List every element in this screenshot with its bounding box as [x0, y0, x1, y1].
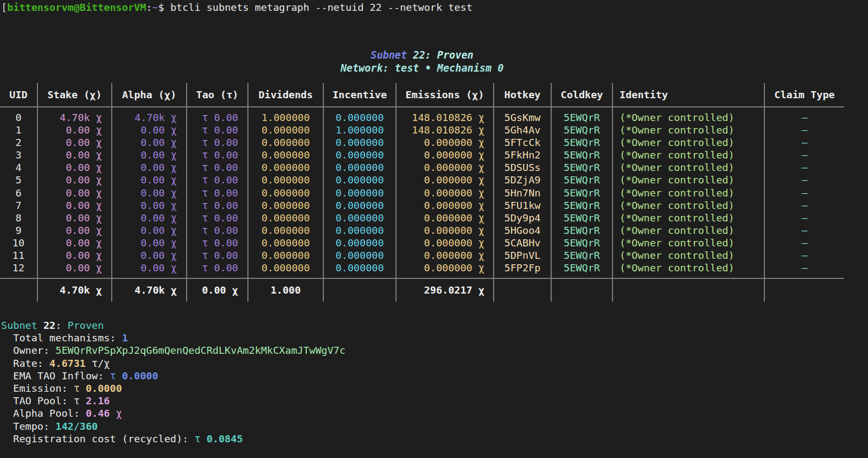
cell-hot: 5FP2Fp: [494, 262, 552, 278]
tau-symbol: τ: [110, 370, 122, 381]
cell-emis: 0.000000 χ: [397, 187, 494, 199]
cell-uid: 8: [0, 212, 38, 224]
info-line: Tempo: 142/360: [1, 420, 346, 432]
cell-id: (*Owner controlled): [613, 224, 765, 237]
cell-hot: 5CABHv: [494, 237, 552, 249]
cell-emis: 0.000000 χ: [397, 237, 494, 249]
cell-claim: –: [765, 249, 844, 262]
total-uid: [0, 279, 38, 302]
info-line: Total mechanisms: 1: [1, 332, 346, 344]
subnet-title: Subnet 22: Proven: [0, 49, 844, 61]
cell-cold: 5EWQrR: [552, 136, 613, 149]
tempo-label: Tempo:: [1, 421, 55, 432]
tao-pool-value: 2.16: [86, 395, 110, 406]
cell-alpha: 0.00 χ: [112, 224, 187, 237]
cell-id: (*Owner controlled): [613, 237, 765, 249]
cell-claim: –: [765, 136, 844, 149]
cell-cold: 5EWQrR: [552, 161, 613, 174]
cell-inc: 0.000000: [324, 161, 397, 174]
cell-hot: 5DZjA9: [494, 174, 552, 186]
cell-claim: –: [765, 237, 844, 249]
registration-cost-value: 0.0845: [207, 433, 243, 444]
info-line: EMA TAO Inflow: τ 0.0000: [1, 370, 346, 382]
cell-emis: 0.000000 χ: [397, 212, 494, 224]
info-line: Owner: 5EWQrRvPSpXpJ2qG6mQenQedCRdLKvAm2…: [1, 344, 346, 357]
subnet-title-label: Subnet: [371, 49, 413, 61]
alpha-pool-value: 0.46: [86, 408, 110, 419]
registration-cost-label: Registration cost (recycled):: [1, 433, 194, 444]
info-line: Subnet 22: Proven: [1, 319, 346, 332]
cell-claim: –: [765, 174, 844, 186]
cell-tao: τ 0.00: [187, 124, 248, 136]
cell-inc: 0.000000: [324, 262, 397, 278]
total-div: 1.000: [248, 279, 324, 302]
rate-value: 4.6731: [49, 358, 86, 369]
cell-uid: 10: [0, 237, 38, 249]
cell-div: 0.000000: [248, 187, 324, 199]
cell-uid: 12: [0, 262, 38, 278]
cell-uid: 3: [0, 149, 38, 161]
cell-div: 0.000000: [248, 174, 324, 186]
prompt-user-host: bittensorvm@BittensorVM: [7, 2, 146, 13]
cell-hot: 5Dy9p4: [494, 212, 552, 224]
terminal-input-line[interactable]: bittensorvm@BittensorVM:~$: [1, 454, 182, 458]
info-line: Registration cost (recycled): τ 0.0845: [1, 432, 346, 445]
column-header-emis: Emissions (χ): [397, 83, 494, 106]
metagraph-table: UIDStake (χ)Alpha (χ)Tao (τ)DividendsInc…: [0, 83, 844, 302]
cell-inc: 0.000000: [324, 212, 397, 224]
terminal-screen[interactable]: { "palette":{ "background":"#1e1e1e", "p…: [0, 0, 868, 458]
cell-cold: 5EWQrR: [552, 174, 613, 186]
cell-id: (*Owner controlled): [613, 187, 765, 199]
cell-hot: 5FU1kw: [494, 199, 552, 212]
cell-emis: 0.000000 χ: [397, 174, 494, 186]
cell-cold: 5EWQrR: [552, 262, 613, 278]
cell-div: 0.000000: [248, 262, 324, 278]
cell-alpha: 0.00 χ: [112, 187, 187, 199]
cell-hot: 5DSUSs: [494, 161, 552, 174]
tao-pool-label: TAO Pool:: [1, 395, 74, 406]
cell-cold: 5EWQrR: [552, 237, 613, 249]
metagraph-totals-row: 4.70k χ4.70k χ0.00 χ1.000296.0217 χ: [0, 278, 844, 302]
prompt-bracket: [: [1, 2, 7, 13]
cell-uid: 5: [0, 174, 38, 186]
prompt-separator: :: [146, 2, 152, 13]
cell-stake: 0.00 χ: [38, 187, 112, 199]
cell-hot: 5GsKmw: [494, 107, 552, 124]
column-header-tao: Tao (τ): [187, 83, 248, 106]
total-claim: [765, 279, 844, 302]
cell-claim: –: [765, 124, 844, 136]
total-emis: 296.0217 χ: [397, 279, 494, 302]
cell-hot: 5Hn7Nn: [494, 187, 552, 199]
cell-uid: 6: [0, 187, 38, 199]
cell-id: (*Owner controlled): [613, 124, 765, 136]
cell-stake: 0.00 χ: [38, 149, 112, 161]
cell-cold: 5EWQrR: [552, 249, 613, 262]
cell-div: 1.000000: [248, 107, 324, 124]
network-subtitle-line: Network: test • Mechanism 0: [0, 62, 844, 74]
cell-emis: 0.000000 χ: [397, 161, 494, 174]
command-text: btcli subnets metagraph --netuid 22 --ne…: [170, 2, 473, 13]
cell-claim: –: [765, 187, 844, 199]
emission-label: Emission:: [1, 383, 74, 394]
tau-symbol: τ: [74, 395, 86, 406]
cell-inc: 0.000000: [324, 174, 397, 186]
column-header-stake: Stake (χ): [38, 83, 112, 106]
cell-uid: 11: [0, 249, 38, 262]
cell-emis: 0.000000 χ: [397, 262, 494, 278]
cell-cold: 5EWQrR: [552, 187, 613, 199]
cell-alpha: 0.00 χ: [112, 237, 187, 249]
cell-alpha: 0.00 χ: [112, 149, 187, 161]
cell-alpha: 0.00 χ: [112, 124, 187, 136]
cell-inc: 0.000000: [324, 249, 397, 262]
cell-alpha: 4.70k χ: [112, 107, 187, 124]
cell-alpha: 0.00 χ: [112, 249, 187, 262]
cell-id: (*Owner controlled): [613, 107, 765, 124]
owner-label: Owner:: [1, 345, 55, 356]
info-line: Rate: 4.6731 τ/χ: [1, 357, 346, 370]
cell-tao: τ 0.00: [187, 174, 248, 186]
cell-tao: τ 0.00: [187, 136, 248, 149]
cell-inc: 0.000000: [324, 136, 397, 149]
cell-div: 0.000000: [248, 149, 324, 161]
cell-stake: 0.00 χ: [38, 199, 112, 212]
terminal-prompt-line: [bittensorvm@BittensorVM:~$ btcli subnet…: [1, 1, 473, 14]
